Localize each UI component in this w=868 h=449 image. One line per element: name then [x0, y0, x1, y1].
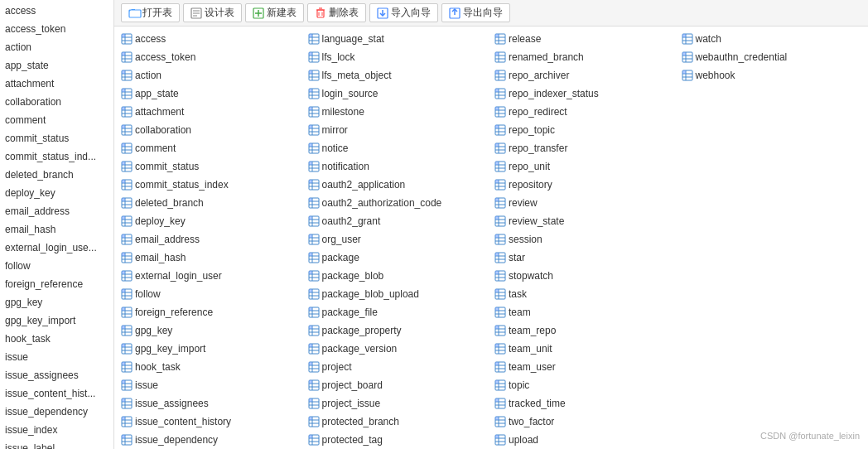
table-item[interactable]: issue_content_history	[118, 413, 305, 431]
table-item[interactable]: package_property	[305, 321, 492, 340]
table-item[interactable]: deleted_branch	[118, 194, 305, 212]
table-item[interactable]: task	[491, 285, 678, 303]
table-item[interactable]: lfs_meta_object	[305, 66, 492, 84]
table-item[interactable]: upload	[491, 431, 678, 449]
table-item[interactable]: milestone	[305, 103, 492, 121]
table-item[interactable]: two_factor	[491, 413, 678, 431]
sidebar[interactable]: accessaccess_tokenactionapp_stateattachm…	[0, 0, 114, 449]
sidebar-item[interactable]: gpg_key	[0, 293, 113, 311]
table-item[interactable]: gpg_key_import	[118, 340, 305, 358]
table-item[interactable]: project_board	[305, 376, 492, 394]
toolbar-design-button[interactable]: 设计表	[183, 3, 242, 22]
table-item[interactable]: deploy_key	[118, 212, 305, 230]
sidebar-item[interactable]: issue_index	[0, 421, 113, 439]
table-item[interactable]: package_blob_upload	[305, 285, 492, 303]
table-item[interactable]: protected_tag	[305, 431, 492, 449]
table-item[interactable]: project	[305, 358, 492, 376]
table-item[interactable]: mirror	[305, 121, 492, 139]
sidebar-item[interactable]: commit_status_ind...	[0, 147, 113, 166]
table-item[interactable]: issue	[118, 376, 305, 394]
sidebar-item[interactable]: issue	[0, 348, 113, 366]
table-item[interactable]: access	[118, 30, 305, 48]
table-item[interactable]: stopwatch	[491, 267, 678, 285]
table-item[interactable]: webhook	[678, 66, 866, 84]
sidebar-item[interactable]: issue_label	[0, 439, 113, 449]
sidebar-item[interactable]: external_login_use...	[0, 239, 113, 257]
sidebar-item[interactable]: issue_dependency	[0, 403, 113, 421]
sidebar-item[interactable]: action	[0, 38, 113, 56]
table-item[interactable]: session	[491, 230, 678, 249]
sidebar-item[interactable]: commit_status	[0, 129, 113, 147]
table-item[interactable]: package	[305, 249, 492, 267]
table-item[interactable]: repo_redirect	[491, 103, 678, 121]
table-item[interactable]: team_unit	[491, 340, 678, 358]
table-item[interactable]: webauthn_credential	[678, 48, 866, 66]
table-item[interactable]: language_stat	[305, 30, 492, 48]
table-item[interactable]: repo_archiver	[491, 66, 678, 84]
table-item[interactable]: notification	[305, 157, 492, 176]
table-item[interactable]: team_user	[491, 358, 678, 376]
table-item[interactable]: repo_indexer_status	[491, 84, 678, 103]
sidebar-item[interactable]: issue_content_hist...	[0, 384, 113, 403]
table-item[interactable]: release	[491, 30, 678, 48]
table-item[interactable]: issue_dependency	[118, 431, 305, 449]
table-item[interactable]: email_address	[118, 230, 305, 249]
toolbar-new-button[interactable]: 新建表	[245, 3, 304, 22]
table-item[interactable]: review_state	[491, 212, 678, 230]
sidebar-item[interactable]: access_token	[0, 20, 113, 38]
table-item[interactable]: foreign_reference	[118, 303, 305, 321]
sidebar-item[interactable]: foreign_reference	[0, 275, 113, 293]
table-item[interactable]: oauth2_grant	[305, 212, 492, 230]
toolbar-import-button[interactable]: 导入向导	[369, 3, 438, 22]
table-item[interactable]: protected_branch	[305, 413, 492, 431]
toolbar-export-button[interactable]: 导出向导	[441, 3, 510, 22]
table-item[interactable]: commit_status_index	[118, 176, 305, 194]
table-item[interactable]: star	[491, 249, 678, 267]
table-item[interactable]: repo_transfer	[491, 139, 678, 157]
sidebar-item[interactable]: attachment	[0, 75, 113, 93]
table-item[interactable]: repo_unit	[491, 157, 678, 176]
table-item[interactable]: renamed_branch	[491, 48, 678, 66]
toolbar-open-button[interactable]: 打开表	[121, 3, 180, 22]
sidebar-item[interactable]: follow	[0, 257, 113, 275]
table-item[interactable]: gpg_key	[118, 321, 305, 340]
table-item[interactable]: repository	[491, 176, 678, 194]
table-item[interactable]: project_issue	[305, 394, 492, 413]
sidebar-item[interactable]: issue_assignees	[0, 366, 113, 384]
sidebar-item[interactable]: email_hash	[0, 220, 113, 239]
table-item[interactable]: commit_status	[118, 157, 305, 176]
sidebar-item[interactable]: email_address	[0, 202, 113, 220]
table-item[interactable]: package_blob	[305, 267, 492, 285]
table-item[interactable]: hook_task	[118, 358, 305, 376]
sidebar-item[interactable]: deleted_branch	[0, 166, 113, 184]
table-item[interactable]: oauth2_authorization_code	[305, 194, 492, 212]
sidebar-item[interactable]: gpg_key_import	[0, 311, 113, 330]
table-item[interactable]: attachment	[118, 103, 305, 121]
table-item[interactable]: repo_topic	[491, 121, 678, 139]
sidebar-item[interactable]: app_state	[0, 56, 113, 75]
table-item[interactable]: access_token	[118, 48, 305, 66]
table-item[interactable]: collaboration	[118, 121, 305, 139]
table-item[interactable]: email_hash	[118, 249, 305, 267]
table-item[interactable]: app_state	[118, 84, 305, 103]
sidebar-item[interactable]: hook_task	[0, 330, 113, 348]
table-item[interactable]: notice	[305, 139, 492, 157]
table-item[interactable]: comment	[118, 139, 305, 157]
sidebar-item[interactable]: comment	[0, 111, 113, 129]
table-item[interactable]: team	[491, 303, 678, 321]
table-item[interactable]: topic	[491, 376, 678, 394]
table-item[interactable]: tracked_time	[491, 394, 678, 413]
table-item[interactable]: external_login_user	[118, 267, 305, 285]
table-item[interactable]: lfs_lock	[305, 48, 492, 66]
table-item[interactable]: issue_assignees	[118, 394, 305, 413]
table-item[interactable]: oauth2_application	[305, 176, 492, 194]
sidebar-item[interactable]: collaboration	[0, 93, 113, 111]
table-item[interactable]: team_repo	[491, 321, 678, 340]
table-item[interactable]: follow	[118, 285, 305, 303]
table-item[interactable]: package_version	[305, 340, 492, 358]
toolbar-delete-button[interactable]: 删除表	[307, 3, 366, 22]
table-item[interactable]: review	[491, 194, 678, 212]
table-item[interactable]: package_file	[305, 303, 492, 321]
table-item[interactable]: action	[118, 66, 305, 84]
sidebar-item[interactable]: deploy_key	[0, 184, 113, 202]
